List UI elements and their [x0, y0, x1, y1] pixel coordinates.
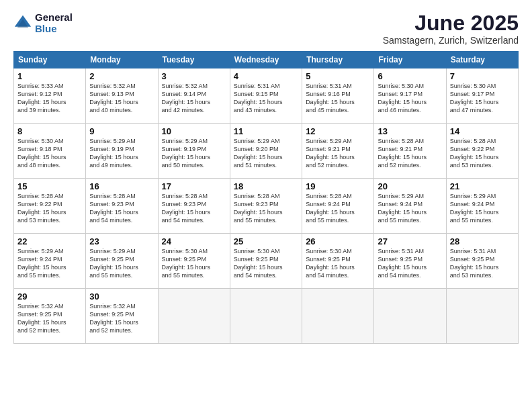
day-info: Sunrise: 5:30 AM Sunset: 9:25 PM Dayligh…	[162, 247, 226, 280]
day-info: Sunrise: 5:30 AM Sunset: 9:25 PM Dayligh…	[234, 247, 298, 280]
calendar-cell: 25Sunrise: 5:30 AM Sunset: 9:25 PM Dayli…	[230, 234, 302, 289]
calendar-cell: 3Sunrise: 5:32 AM Sunset: 9:14 PM Daylig…	[158, 68, 230, 124]
calendar-cell: 11Sunrise: 5:29 AM Sunset: 9:20 PM Dayli…	[230, 124, 302, 179]
day-number: 21	[450, 181, 515, 191]
day-number: 30	[89, 291, 154, 302]
day-info: Sunrise: 5:30 AM Sunset: 9:17 PM Dayligh…	[378, 82, 442, 115]
calendar-cell: 21Sunrise: 5:29 AM Sunset: 9:24 PM Dayli…	[446, 179, 518, 234]
day-info: Sunrise: 5:28 AM Sunset: 9:22 PM Dayligh…	[450, 137, 515, 170]
month-title: June 2025	[383, 12, 519, 34]
calendar: Sunday Monday Tuesday Wednesday Thursday…	[13, 51, 519, 344]
calendar-row: 8Sunrise: 5:30 AM Sunset: 9:18 PM Daylig…	[14, 124, 519, 179]
day-number: 28	[450, 236, 515, 246]
day-info: Sunrise: 5:29 AM Sunset: 9:25 PM Dayligh…	[89, 247, 154, 280]
calendar-cell: 16Sunrise: 5:28 AM Sunset: 9:23 PM Dayli…	[86, 179, 158, 234]
header-wednesday: Wednesday	[230, 52, 302, 68]
day-info: Sunrise: 5:29 AM Sunset: 9:19 PM Dayligh…	[89, 137, 154, 170]
day-number: 15	[17, 181, 82, 191]
day-info: Sunrise: 5:28 AM Sunset: 9:23 PM Dayligh…	[162, 192, 226, 225]
calendar-cell: 26Sunrise: 5:30 AM Sunset: 9:25 PM Dayli…	[302, 234, 374, 289]
day-number: 1	[17, 71, 82, 81]
day-number: 23	[89, 236, 154, 246]
calendar-row: 22Sunrise: 5:29 AM Sunset: 9:24 PM Dayli…	[14, 234, 519, 289]
day-info: Sunrise: 5:29 AM Sunset: 9:24 PM Dayligh…	[450, 192, 515, 225]
day-number: 22	[17, 236, 82, 246]
calendar-cell: 1Sunrise: 5:33 AM Sunset: 9:12 PM Daylig…	[14, 68, 86, 124]
calendar-cell: 14Sunrise: 5:28 AM Sunset: 9:22 PM Dayli…	[446, 124, 518, 179]
logo-text: General Blue	[35, 12, 73, 34]
day-info: Sunrise: 5:28 AM Sunset: 9:23 PM Dayligh…	[234, 192, 298, 225]
day-info: Sunrise: 5:28 AM Sunset: 9:23 PM Dayligh…	[89, 192, 154, 225]
day-number: 2	[89, 71, 154, 81]
day-number: 10	[162, 126, 226, 136]
header-saturday: Saturday	[446, 52, 518, 68]
day-number: 26	[306, 236, 370, 246]
calendar-cell: 5Sunrise: 5:31 AM Sunset: 9:16 PM Daylig…	[302, 68, 374, 124]
day-number: 20	[378, 181, 442, 191]
calendar-cell: 8Sunrise: 5:30 AM Sunset: 9:18 PM Daylig…	[14, 124, 86, 179]
day-number: 17	[162, 181, 226, 191]
day-number: 6	[378, 71, 442, 81]
day-info: Sunrise: 5:31 AM Sunset: 9:25 PM Dayligh…	[450, 247, 515, 280]
calendar-cell	[302, 289, 374, 344]
day-number: 9	[89, 126, 154, 136]
calendar-cell: 27Sunrise: 5:31 AM Sunset: 9:25 PM Dayli…	[374, 234, 446, 289]
day-info: Sunrise: 5:30 AM Sunset: 9:17 PM Dayligh…	[450, 82, 515, 115]
day-info: Sunrise: 5:29 AM Sunset: 9:20 PM Dayligh…	[234, 137, 298, 170]
day-number: 12	[306, 126, 370, 136]
logo-icon	[13, 14, 32, 33]
header-monday: Monday	[86, 52, 158, 68]
calendar-cell	[446, 289, 518, 344]
day-info: Sunrise: 5:29 AM Sunset: 9:19 PM Dayligh…	[162, 137, 226, 170]
calendar-cell: 28Sunrise: 5:31 AM Sunset: 9:25 PM Dayli…	[446, 234, 518, 289]
calendar-cell: 18Sunrise: 5:28 AM Sunset: 9:23 PM Dayli…	[230, 179, 302, 234]
day-number: 13	[378, 126, 442, 136]
day-number: 24	[162, 236, 226, 246]
header: General Blue June 2025 Samstagern, Zuric…	[13, 12, 519, 46]
calendar-cell: 6Sunrise: 5:30 AM Sunset: 9:17 PM Daylig…	[374, 68, 446, 124]
day-info: Sunrise: 5:28 AM Sunset: 9:21 PM Dayligh…	[378, 137, 442, 170]
calendar-cell: 29Sunrise: 5:32 AM Sunset: 9:25 PM Dayli…	[14, 289, 86, 344]
day-info: Sunrise: 5:30 AM Sunset: 9:18 PM Dayligh…	[17, 137, 82, 170]
location-subtitle: Samstagern, Zurich, Switzerland	[383, 35, 519, 46]
calendar-cell: 20Sunrise: 5:29 AM Sunset: 9:24 PM Dayli…	[374, 179, 446, 234]
day-number: 16	[89, 181, 154, 191]
logo-general: General	[35, 12, 73, 24]
day-number: 4	[234, 71, 298, 81]
calendar-cell: 19Sunrise: 5:28 AM Sunset: 9:24 PM Dayli…	[302, 179, 374, 234]
day-info: Sunrise: 5:31 AM Sunset: 9:25 PM Dayligh…	[378, 247, 442, 280]
day-info: Sunrise: 5:32 AM Sunset: 9:14 PM Dayligh…	[162, 82, 226, 115]
header-sunday: Sunday	[14, 52, 86, 68]
day-number: 29	[17, 291, 82, 302]
calendar-row: 29Sunrise: 5:32 AM Sunset: 9:25 PM Dayli…	[14, 289, 519, 344]
calendar-cell: 15Sunrise: 5:28 AM Sunset: 9:22 PM Dayli…	[14, 179, 86, 234]
day-info: Sunrise: 5:31 AM Sunset: 9:16 PM Dayligh…	[306, 82, 370, 115]
day-number: 25	[234, 236, 298, 246]
title-block: June 2025 Samstagern, Zurich, Switzerlan…	[383, 12, 519, 46]
calendar-cell: 2Sunrise: 5:32 AM Sunset: 9:13 PM Daylig…	[86, 68, 158, 124]
calendar-cell: 23Sunrise: 5:29 AM Sunset: 9:25 PM Dayli…	[86, 234, 158, 289]
day-info: Sunrise: 5:29 AM Sunset: 9:24 PM Dayligh…	[17, 247, 82, 280]
day-info: Sunrise: 5:28 AM Sunset: 9:24 PM Dayligh…	[306, 192, 370, 225]
calendar-cell: 10Sunrise: 5:29 AM Sunset: 9:19 PM Dayli…	[158, 124, 230, 179]
page: General Blue June 2025 Samstagern, Zuric…	[0, 0, 532, 411]
calendar-cell: 7Sunrise: 5:30 AM Sunset: 9:17 PM Daylig…	[446, 68, 518, 124]
day-number: 18	[234, 181, 298, 191]
day-number: 5	[306, 71, 370, 81]
day-number: 19	[306, 181, 370, 191]
day-number: 11	[234, 126, 298, 136]
day-info: Sunrise: 5:31 AM Sunset: 9:15 PM Dayligh…	[234, 82, 298, 115]
day-info: Sunrise: 5:28 AM Sunset: 9:22 PM Dayligh…	[17, 192, 82, 225]
day-number: 8	[17, 126, 82, 136]
calendar-row: 1Sunrise: 5:33 AM Sunset: 9:12 PM Daylig…	[14, 68, 519, 124]
logo-blue: Blue	[35, 24, 73, 35]
day-number: 3	[162, 71, 226, 81]
calendar-cell	[230, 289, 302, 344]
calendar-cell	[158, 289, 230, 344]
logo: General Blue	[13, 12, 73, 34]
day-info: Sunrise: 5:33 AM Sunset: 9:12 PM Dayligh…	[17, 82, 82, 115]
calendar-cell: 9Sunrise: 5:29 AM Sunset: 9:19 PM Daylig…	[86, 124, 158, 179]
header-friday: Friday	[374, 52, 446, 68]
day-info: Sunrise: 5:32 AM Sunset: 9:13 PM Dayligh…	[89, 82, 154, 115]
calendar-cell: 22Sunrise: 5:29 AM Sunset: 9:24 PM Dayli…	[14, 234, 86, 289]
